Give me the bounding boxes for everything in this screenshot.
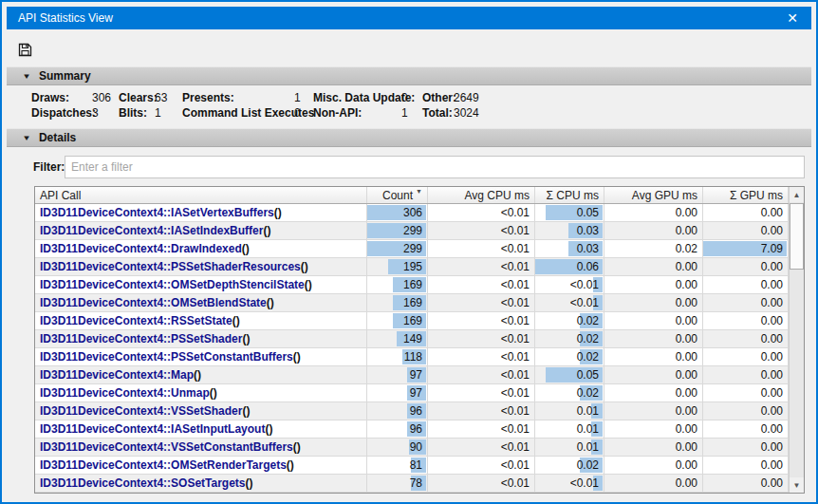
column-header-count[interactable]: Count▼ [367,187,428,203]
column-header-avg-cpu-ms[interactable]: Avg CPU ms [428,187,535,203]
cell-value: 0.02 [577,332,599,345]
cell-value: 0.00 [761,440,783,454]
sum-cpu-cell: <0.01 [535,475,604,492]
api-call-cell: ID3D11DeviceContext4::PSSetConstantBuffe… [35,348,367,365]
api-call-parens: () [305,278,312,291]
cell-value: 0.00 [761,278,783,291]
avg-cpu-cell: <0.01 [428,294,535,311]
table-row[interactable]: ID3D11DeviceContext4::RSSetState()169<0.… [35,312,789,330]
scroll-down-button[interactable]: ▼ [790,477,804,493]
cell-value: 97 [410,368,422,382]
cell-value: 0.01 [577,404,599,418]
count-cell: 97 [367,366,428,383]
api-call-parens: () [301,260,308,273]
table-row[interactable]: ID3D11DeviceContext4::OMSetRenderTargets… [35,457,789,475]
table-row[interactable]: ID3D11DeviceContext4::PSSetShader()149<0… [35,330,789,348]
cell-value: 0.02 [676,242,697,255]
cell-value: 0.01 [577,440,599,454]
column-header-api-call[interactable]: API Call [35,187,367,203]
summary-stat-label-blits: Blits: [119,106,155,120]
summary-stat-value-clears: 63 [155,91,182,104]
titlebar[interactable]: API Statistics View ✕ [7,7,811,29]
column-header-label: Avg GPU ms [632,189,697,202]
api-call-name: ID3D11DeviceContext4::Unmap [40,386,210,400]
api-call-parens: () [293,350,301,364]
table-row[interactable]: ID3D11DeviceContext4::OMSetBlendState()1… [35,294,789,312]
api-call-name: ID3D11DeviceContext4::Map [40,368,194,382]
column-header-avg-gpu-ms[interactable]: Avg GPU ms [604,187,703,203]
cell-value: 0.03 [577,242,599,255]
api-call-parens: () [242,242,250,255]
sum-gpu-cell: 0.00 [703,312,789,329]
details-section-header[interactable]: ▼ Details [7,128,811,147]
table-row[interactable]: ID3D11DeviceContext4::DrawIndexed()299<0… [35,240,789,258]
table-row[interactable]: ID3D11DeviceContext4::PSSetShaderResourc… [35,258,789,276]
summary-section-header[interactable]: ▼ Summary [7,66,811,85]
avg-gpu-cell: 0.02 [604,240,703,257]
details-header-label: Details [39,131,76,144]
sum-cpu-cell: 0.05 [535,366,604,383]
api-call-name: ID3D11DeviceContext4::IASetIndexBuffer [40,224,263,237]
cell-value: <0.01 [501,422,530,436]
cell-value: <0.01 [501,458,530,472]
close-icon[interactable]: ✕ [785,10,800,26]
filter-input[interactable] [65,156,805,178]
cell-value: <0.01 [570,476,599,490]
cell-value: <0.01 [501,260,530,273]
cell-value: 96 [410,422,422,436]
table-row[interactable]: ID3D11DeviceContext4::IASetVertexBuffers… [35,204,789,222]
cell-value: 299 [403,224,422,237]
cell-value: 81 [410,458,422,472]
table-row[interactable]: ID3D11DeviceContext4::IASetIndexBuffer()… [35,222,789,240]
cell-value: 0.05 [577,368,599,382]
scroll-up-button[interactable]: ▲ [790,187,804,202]
table-row[interactable]: ID3D11DeviceContext4::Unmap()97<0.010.02… [35,384,789,402]
sum-cpu-cell: 0.01 [535,420,604,438]
api-call-parens: () [287,458,294,472]
cell-value: 0.00 [761,224,783,237]
table-row[interactable]: ID3D11DeviceContext4::PSSetConstantBuffe… [35,348,789,366]
table-body: ID3D11DeviceContext4::IASetVertexBuffers… [35,204,789,493]
avg-gpu-cell: 0.00 [604,330,703,347]
api-call-cell: ID3D11DeviceContext4::DrawIndexed() [35,240,367,257]
api-call-cell: ID3D11DeviceContext4::IASetInputLayout() [35,420,367,438]
api-call-cell: ID3D11DeviceContext4::PSSetShaderResourc… [35,258,367,275]
summary-stat-value-misc-data-update: 0 [401,91,422,104]
table-row[interactable]: ID3D11DeviceContext4::OMSetDepthStencilS… [35,276,789,294]
sum-cpu-cell: 0.02 [535,348,604,365]
table-row[interactable]: ID3D11DeviceContext4::VSSetConstantBuffe… [35,439,789,457]
avg-cpu-cell: <0.01 [428,330,535,347]
api-call-name: ID3D11DeviceContext4::VSSetConstantBuffe… [40,440,293,454]
sum-gpu-cell: 0.00 [703,402,789,420]
save-button[interactable] [13,38,36,61]
column-header-cpu-ms[interactable]: Σ CPU ms [535,187,604,203]
table-row[interactable]: ID3D11DeviceContext4::Map()97<0.010.050.… [35,366,789,384]
cell-value: 0.00 [761,296,783,309]
cell-value: 169 [403,278,422,291]
table-row[interactable]: ID3D11DeviceContext4::SOSetTargets()78<0… [35,475,789,493]
sum-cpu-cell: 0.02 [535,330,604,347]
table-row[interactable]: ID3D11DeviceContext4::IASetInputLayout()… [35,420,789,439]
table-row[interactable]: ID3D11DeviceContext4::VSSetShader()96<0.… [35,402,789,420]
count-cell: 299 [367,222,428,239]
cell-value: <0.01 [501,278,530,291]
sum-gpu-cell: 0.00 [703,366,789,383]
column-header-gpu-ms[interactable]: Σ GPU ms [703,187,789,203]
cell-value: 0.00 [676,206,697,219]
summary-stat-label-misc-data-update: Misc. Data Update: [313,91,401,104]
vertical-scrollbar[interactable]: ▲ ▼ [789,187,804,493]
cell-value: 0.00 [761,404,783,418]
api-statistics-window: API Statistics View ✕ ▼ Summary Draws:30… [0,0,818,504]
cell-value: 0.00 [761,422,783,436]
api-call-name: ID3D11DeviceContext4::PSSetConstantBuffe… [40,350,293,364]
count-cell: 81 [367,457,428,474]
avg-gpu-cell: 0.00 [604,457,703,474]
avg-gpu-cell: 0.00 [604,204,703,221]
cell-value: 0.00 [761,332,783,345]
scroll-thumb[interactable] [790,203,804,270]
avg-gpu-cell: 0.00 [604,439,703,456]
api-call-name: ID3D11DeviceContext4::SOSetTargets [40,476,246,490]
avg-gpu-cell: 0.00 [604,475,703,492]
avg-gpu-cell: 0.00 [604,366,703,383]
sum-cpu-cell: 0.06 [535,258,604,275]
